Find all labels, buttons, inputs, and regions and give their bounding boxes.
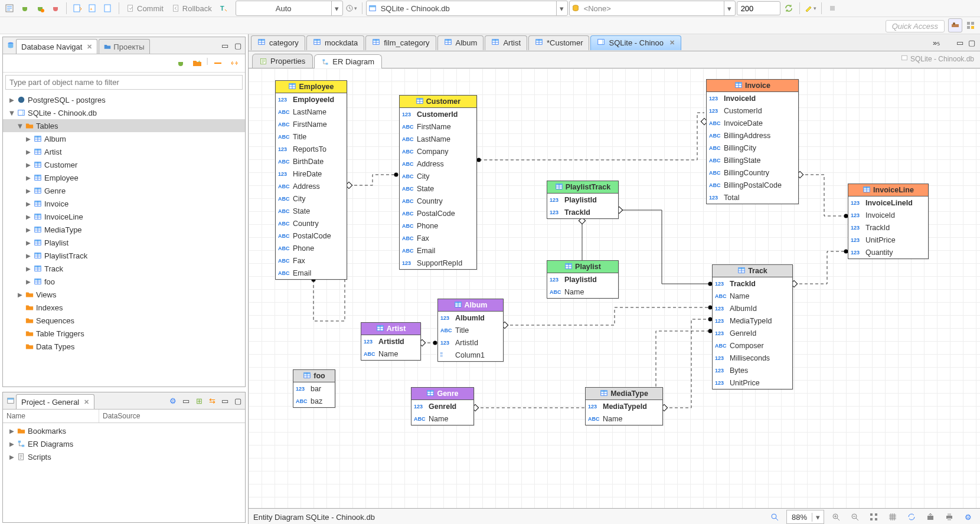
expand-icon[interactable]: ► (24, 186, 32, 195)
tree-item-invoice[interactable]: ►Invoice (3, 197, 245, 210)
column-billingstate[interactable]: ABCBillingState (707, 154, 798, 166)
perspective-dbeaver-icon[interactable] (948, 18, 962, 32)
refresh-icon[interactable] (782, 1, 796, 15)
tree-item-views[interactable]: ►Views (3, 288, 245, 301)
expand-icon[interactable]: ► (8, 96, 16, 104)
column-bytes[interactable]: 123Bytes (713, 364, 792, 376)
column-trackid[interactable]: 123TrackId (547, 206, 618, 218)
new-icon[interactable]: ⊞ (193, 395, 205, 407)
entity-mediatype[interactable]: MediaType123MediaTypeIdABCName (585, 387, 663, 425)
tree-item-customer[interactable]: ►Customer (3, 158, 245, 171)
editor-tab-category[interactable]: category (251, 35, 305, 50)
zoom-out-icon[interactable] (848, 510, 862, 524)
perspective-switcher-icon[interactable] (963, 18, 978, 32)
minimize-icon[interactable]: ▭ (219, 395, 231, 407)
tab-project-general[interactable]: Project - General✕ (16, 394, 94, 409)
tree-item-playlisttrack[interactable]: ►PlaylistTrack (3, 249, 245, 262)
entity-header[interactable]: Invoice (707, 80, 798, 92)
maximize-icon[interactable]: ▢ (966, 37, 978, 48)
column-company[interactable]: ABCCompany (400, 145, 476, 158)
column-lastname[interactable]: ABCLastName (400, 133, 476, 145)
column-name[interactable]: ABCName (713, 290, 792, 302)
expand-icon[interactable]: ► (24, 238, 32, 247)
column-artistid[interactable]: 123ArtistId (361, 335, 420, 348)
column-city[interactable]: ABCCity (276, 192, 347, 205)
expand-icon[interactable]: ▼ (16, 122, 24, 130)
connection-combo[interactable]: SQLite - Chinook.db ▾ (366, 1, 568, 16)
entity-header[interactable]: InvoiceLine (848, 184, 928, 196)
navigator-tree[interactable]: ►PostgreSQL - postgres▼SQLite - Chinook.… (3, 92, 245, 387)
column-composer[interactable]: ABCComposer (713, 339, 792, 352)
column-billingaddress[interactable]: ABCBillingAddress (707, 129, 798, 142)
column-firstname[interactable]: ABCFirstName (400, 120, 476, 133)
expand-icon[interactable]: ► (24, 251, 32, 260)
entity-header[interactable]: Artist (361, 323, 420, 335)
column-supportrepid[interactable]: 123SupportRepId (400, 257, 476, 269)
entity-employee[interactable]: Employee123EmployeeIdABCLastNameABCFirst… (275, 80, 347, 280)
editor-tab-sqlite-chinoo[interactable]: SQLite - Chinoo✕ (590, 35, 681, 50)
column-title[interactable]: ABCTitle (438, 324, 503, 336)
grid-toggle-icon[interactable] (886, 510, 900, 524)
expand-icon[interactable]: ► (24, 199, 32, 208)
column-name[interactable]: ABCName (586, 412, 662, 425)
close-icon[interactable]: ✕ (669, 39, 675, 47)
expand-icon[interactable]: ► (24, 277, 32, 286)
project-item-er-diagrams[interactable]: ►ER Diagrams (3, 437, 245, 450)
tree-item-tables[interactable]: ▼Tables (3, 119, 245, 132)
entity-playlisttrack[interactable]: PlaylistTrack123PlaylistId123TrackId (547, 181, 619, 219)
close-icon[interactable]: ✕ (84, 398, 89, 406)
sql-recent-icon[interactable] (101, 1, 115, 15)
tree-item-playlist[interactable]: ►Playlist (3, 236, 245, 249)
column-total[interactable]: 123Total (707, 191, 798, 204)
link-icon[interactable]: ⇆ (206, 395, 218, 407)
sql-editor-icon[interactable] (2, 1, 17, 15)
tree-item-employee[interactable]: ►Employee (3, 171, 245, 184)
sql-script-icon[interactable] (70, 1, 84, 15)
column-country[interactable]: ABCCountry (400, 195, 476, 207)
quick-access-button[interactable]: Quick Access (886, 20, 945, 32)
column-invoicelineid[interactable]: 123InvoiceLineId (848, 196, 928, 209)
database-combo[interactable]: <None> ▾ (569, 1, 736, 16)
tree-item-track[interactable]: ►Track (3, 262, 245, 275)
column-mediatypeid[interactable]: 123MediaTypeId (586, 400, 662, 412)
column-country[interactable]: ABCCountry (276, 217, 347, 230)
column-unitprice[interactable]: 123UnitPrice (713, 376, 792, 389)
expand-icon[interactable]: ► (8, 427, 16, 435)
column-name[interactable]: ABCName (361, 348, 420, 360)
gear-icon[interactable]: ⚙ (167, 395, 179, 407)
tree-item-indexes[interactable]: Indexes (3, 301, 245, 314)
column-address[interactable]: ABCAddress (276, 180, 347, 192)
entity-invoiceline[interactable]: InvoiceLine123InvoiceLineId123InvoiceId1… (848, 184, 929, 259)
editor-tab-film-category[interactable]: film_category (365, 35, 436, 50)
column-firstname[interactable]: ABCFirstName (276, 118, 347, 130)
column-customerid[interactable]: 123CustomerId (400, 108, 476, 120)
subtab-properties[interactable]: Properties (252, 54, 313, 68)
column-hiredate[interactable]: 123HireDate (276, 168, 347, 180)
expand-icon[interactable]: ► (16, 290, 24, 299)
entity-customer[interactable]: Customer123CustomerIdABCFirstNameABCLast… (399, 95, 477, 270)
expand-icon[interactable]: ► (24, 161, 32, 169)
column-employeeid[interactable]: 123EmployeeId (276, 93, 347, 106)
expand-icon[interactable]: ► (8, 440, 16, 448)
column-fax[interactable]: ABCFax (400, 232, 476, 244)
row-limit-input[interactable] (737, 1, 780, 15)
layout-icon[interactable] (867, 510, 881, 524)
plug-small-icon[interactable] (174, 56, 188, 70)
column-albumid[interactable]: 123AlbumId (713, 302, 792, 315)
plug-disconnect-icon[interactable] (48, 1, 63, 15)
column-invoicedate[interactable]: ABCInvoiceDate (707, 117, 798, 129)
entity-genre[interactable]: Genre123GenreIdABCName (411, 387, 474, 425)
entity-header[interactable]: MediaType (586, 388, 662, 400)
entity-invoice[interactable]: Invoice123InvoiceId123CustomerIdABCInvoi… (706, 79, 799, 204)
expand-icon[interactable]: ► (24, 212, 32, 221)
column-name[interactable]: ABCName (411, 412, 473, 425)
entity-header[interactable]: Customer (400, 96, 476, 108)
refresh-diagram-icon[interactable] (904, 510, 919, 524)
link-editor-icon[interactable] (227, 56, 241, 70)
project-item-bookmarks[interactable]: ►Bookmarks (3, 424, 245, 437)
highlighter-icon[interactable]: ▾ (803, 1, 818, 15)
expand-icon[interactable]: ► (24, 135, 32, 143)
expand-icon[interactable]: ► (24, 225, 32, 234)
export-icon[interactable] (923, 510, 937, 524)
expand-icon[interactable]: ► (24, 173, 32, 182)
